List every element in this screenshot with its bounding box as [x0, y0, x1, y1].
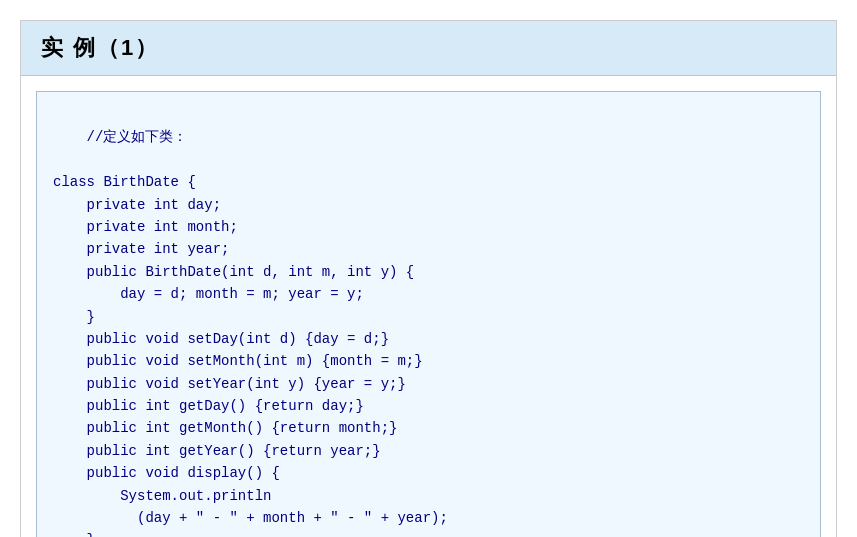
code-line: public void display() { [53, 462, 804, 484]
code-line: private int day; [53, 194, 804, 216]
code-area: //定义如下类： class BirthDate { private int d… [36, 91, 821, 537]
code-line: (day + " - " + month + " - " + year); [53, 507, 804, 529]
code-line: class BirthDate { [53, 171, 804, 193]
code-line: public int getYear() {return year;} [53, 440, 804, 462]
code-line: public int getMonth() {return month;} [53, 417, 804, 439]
slide-container: 实 例（1） //定义如下类： class BirthDate { privat… [20, 20, 837, 537]
code-line: } [53, 529, 804, 537]
code-block: class BirthDate { private int day; priva… [53, 171, 804, 537]
code-line: public BirthDate(int d, int m, int y) { [53, 261, 804, 283]
code-line: private int month; [53, 216, 804, 238]
code-line: } [53, 306, 804, 328]
code-line: public void setDay(int d) {day = d;} [53, 328, 804, 350]
comment-line: //定义如下类： [87, 129, 188, 145]
code-line: public int getDay() {return day;} [53, 395, 804, 417]
slide-title: 实 例（1） [21, 21, 836, 76]
code-line: public void setYear(int y) {year = y;} [53, 373, 804, 395]
code-line: private int year; [53, 238, 804, 260]
code-line: System.out.println [53, 485, 804, 507]
code-line: day = d; month = m; year = y; [53, 283, 804, 305]
code-line: public void setMonth(int m) {month = m;} [53, 350, 804, 372]
